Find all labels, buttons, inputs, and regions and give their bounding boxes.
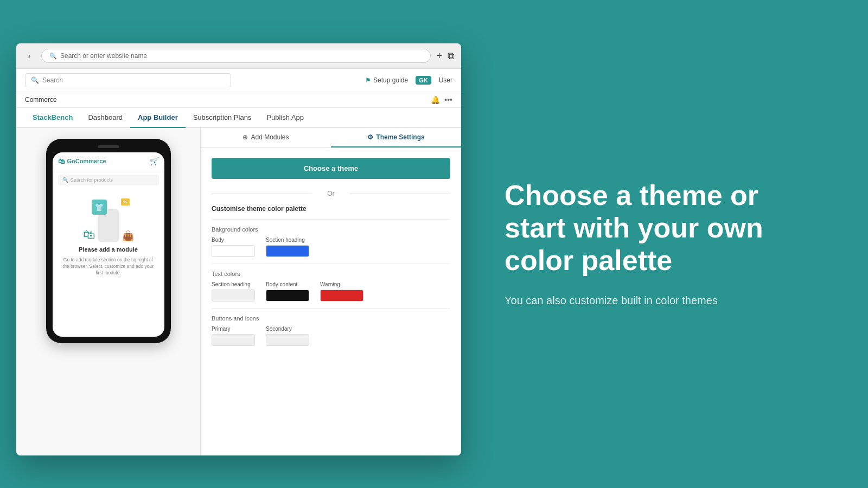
chevron-left-icon: › (28, 52, 31, 60)
browser-address-bar[interactable]: 🔍 Search or enter website name (41, 49, 431, 63)
phone-mockup: 🛍 GoCommerce 🛒 🔍 Search for products (46, 139, 171, 343)
sub-text: You can also customize built in color th… (505, 292, 732, 309)
section-heading-text-swatch[interactable] (212, 290, 255, 301)
tab-label: Subscription Plans (193, 113, 252, 121)
secondary-label: Secondary (266, 326, 309, 332)
secondary-item: Secondary (266, 326, 309, 346)
address-text: Search or enter website name (60, 52, 147, 60)
or-text: Or (327, 190, 334, 197)
section-divider-2 (212, 264, 450, 264)
body-content-swatch[interactable] (266, 290, 309, 301)
phone-placeholder-title: Please add a module (79, 246, 138, 253)
breadcrumb: Commerce (25, 96, 57, 104)
illus-bag2: 👜 (122, 230, 134, 242)
tab-theme-settings[interactable]: ⚙ Theme Settings (331, 128, 461, 147)
app-search-input[interactable]: 🔍 Search (25, 73, 231, 87)
section-heading-color-item: Section heading (266, 237, 309, 257)
section-divider-3 (212, 308, 450, 309)
theme-content: Choose a theme Or Customise theme color … (201, 148, 461, 362)
more-options-icon[interactable]: ••• (444, 95, 452, 104)
gear-icon: ⚙ (367, 133, 373, 141)
tab-app-builder[interactable]: App Builder (130, 108, 186, 128)
search-icon: 🔍 (62, 177, 68, 183)
user-initials-badge: GK (416, 76, 431, 85)
tab-add-modules[interactable]: ⊕ Add Modules (201, 128, 331, 147)
add-modules-icon: ⊕ (242, 133, 248, 141)
primary-item: Primary (212, 326, 255, 346)
panel-tabs: ⊕ Add Modules ⚙ Theme Settings (201, 128, 461, 148)
tab-label: App Builder (138, 113, 178, 121)
illus-shirt: 👕 (92, 200, 107, 215)
settings-panel: ⊕ Add Modules ⚙ Theme Settings Choose a … (201, 128, 461, 455)
flag-icon: ⚑ (365, 76, 371, 84)
search-icon: 🔍 (31, 76, 39, 84)
phone-logo: 🛍 GoCommerce (58, 157, 106, 165)
phone-header: 🛍 GoCommerce 🛒 (53, 152, 164, 170)
breadcrumb-actions: 🔔 ••• (431, 95, 452, 104)
browser-back-button[interactable]: › (23, 49, 36, 62)
choose-theme-button[interactable]: Choose a theme (212, 158, 450, 179)
body-color-swatch[interactable] (212, 245, 255, 257)
body-content-label: Body content (266, 281, 309, 287)
secondary-color-swatch[interactable] (266, 334, 309, 346)
phone-notch (98, 145, 119, 148)
section-divider (212, 219, 450, 220)
cart-icon: 🛒 (150, 157, 159, 165)
phone-placeholder-desc: Go to add module section on the top righ… (58, 257, 159, 277)
section-heading-text-label: Section heading (212, 281, 255, 287)
tab-publish-app[interactable]: Publish App (259, 108, 311, 128)
preview-panel: 🛍 GoCommerce 🛒 🔍 Search for products (16, 128, 201, 455)
tab-label: Theme Settings (376, 133, 424, 141)
phone-search: 🔍 Search for products (58, 175, 159, 185)
section-heading-label: Section heading (266, 237, 309, 243)
illustration-graphic: 👕 % 🛍 👜 (79, 198, 138, 242)
browser-window: › 🔍 Search or enter website name + ⧉ 🔍 S… (16, 43, 461, 455)
text-colors-row: Section heading Body content Warning (212, 281, 450, 301)
search-icon: 🔍 (49, 53, 57, 60)
warning-label: Warning (320, 281, 363, 287)
main-heading: Choose a theme or start with your own co… (505, 179, 825, 277)
primary-label: Primary (212, 326, 255, 332)
new-tab-icon[interactable]: + (436, 50, 442, 62)
tab-dashboard[interactable]: Dashboard (80, 108, 130, 128)
breadcrumb-bar: Commerce 🔔 ••• (16, 92, 461, 108)
shop-icon: 🛍 (58, 157, 65, 165)
tab-label: Publish App (266, 113, 304, 121)
notification-icon[interactable]: 🔔 (431, 95, 440, 104)
section-heading-text-item: Section heading (212, 281, 255, 301)
bg-colors-label: Bakground colors (212, 226, 450, 233)
warning-item: Warning (320, 281, 363, 301)
user-name-label: User (439, 76, 452, 84)
tab-label: Dashboard (88, 113, 123, 121)
illus-bag: 🛍 (83, 228, 95, 242)
body-color-item: Body (212, 237, 255, 257)
buttons-icons-label: Buttons and icons (212, 315, 450, 322)
body-label: Body (212, 237, 255, 243)
or-divider: Or (212, 190, 450, 197)
browser-actions: + ⧉ (436, 50, 455, 62)
buttons-row: Primary Secondary (212, 326, 450, 346)
section-heading-color-swatch[interactable] (266, 245, 309, 257)
tab-navigation: StackBench Dashboard App Builder Subscri… (16, 108, 461, 128)
app-nav-bar: 🔍 Search ⚑ Setup guide GK User (16, 69, 461, 92)
phone-illustration: 👕 % 🛍 👜 Please add a module Go to add mo… (53, 190, 164, 281)
bg-colors-row: Body Section heading (212, 237, 450, 257)
illus-tag: % (121, 198, 129, 206)
tab-label: StackBench (33, 113, 73, 121)
phone-logo-text: GoCommerce (67, 158, 106, 164)
primary-color-swatch[interactable] (212, 334, 255, 346)
tab-stackbench[interactable]: StackBench (25, 108, 80, 128)
setup-guide-label: Setup guide (373, 76, 408, 84)
main-content: 🛍 GoCommerce 🛒 🔍 Search for products (16, 128, 461, 455)
tab-label: Add Modules (251, 133, 289, 141)
tab-subscription-plans[interactable]: Subscription Plans (186, 108, 259, 128)
copy-icon[interactable]: ⧉ (448, 50, 455, 62)
text-colors-label: Text colors (212, 271, 450, 277)
right-content: Choose a theme or start with your own co… (461, 147, 868, 341)
app-nav-right: ⚑ Setup guide GK User (365, 76, 452, 85)
customise-title: Customise theme color palette (212, 205, 450, 213)
phone-screen: 🛍 GoCommerce 🛒 🔍 Search for products (53, 152, 164, 337)
search-placeholder: Search (42, 76, 63, 84)
warning-swatch[interactable] (320, 290, 363, 301)
setup-guide-link[interactable]: ⚑ Setup guide (365, 76, 408, 84)
